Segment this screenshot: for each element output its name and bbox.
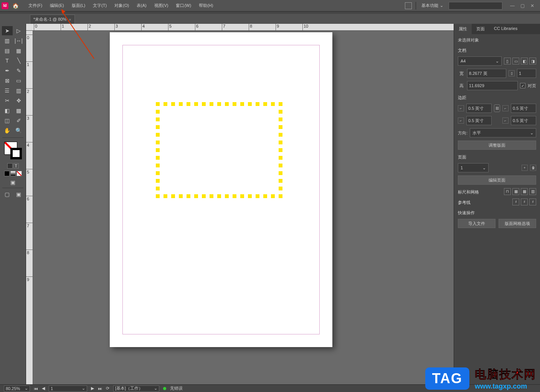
grid-options-button[interactable]: 版面网格选项 [499,219,536,228]
margin-right-input[interactable]: 0.5 英寸 [511,116,536,125]
ruler-horizontal[interactable]: 0 1 2 3 4 5 6 7 8 9 10 [26,24,454,31]
page-tool[interactable]: ▥ [2,36,13,45]
content-placer-tool[interactable]: ▦ [13,46,24,55]
zoom-tool[interactable]: 🔍 [13,126,24,135]
guides-icon-3[interactable]: ♯ [529,198,536,205]
preflight-profile-select[interactable]: [基本]（工作）⌄ [113,385,159,392]
hand-tool[interactable]: ✋ [2,126,13,135]
grid-icon-2[interactable]: ▦ [521,188,528,195]
maximize-button[interactable]: ▢ [519,3,526,8]
minimize-button[interactable]: — [509,3,516,8]
stroke-swatch[interactable] [10,148,22,159]
pencil-tool[interactable]: ✎ [13,66,24,75]
normal-view-mode[interactable]: ▣ [9,179,17,186]
page-nav-last-icon[interactable]: ⏭ [98,386,102,391]
gap-tool[interactable]: |↔| [13,36,24,45]
zoom-select[interactable]: 80.25%⌄ [4,385,30,392]
direct-selection-tool[interactable]: ▷ [13,26,24,35]
page-size-select[interactable]: A4⌄ [458,56,502,66]
ruler-icon[interactable]: ⊓ [504,188,511,195]
page-nav-next-icon[interactable]: ▶ [91,386,94,391]
grid-icon-3[interactable]: ▥ [529,188,536,195]
title-bar: Id 🏠 文件(F) 编辑(E) 版面(L) 文字(T) 对象(O) 表(A) … [0,0,540,12]
guides-icon-1[interactable]: ♯ [512,198,519,205]
tab-pages[interactable]: 页面 [472,24,489,34]
share-icon[interactable] [405,2,412,9]
margin-right-value: 0.5 英寸 [513,118,528,124]
scissors-tool[interactable]: ✂ [2,96,13,105]
binding-right-icon[interactable]: ◨ [529,58,536,65]
dashed-rectangle[interactable] [156,102,282,198]
eyedropper-tool[interactable]: ✐ [13,116,24,125]
toolbox-separator [2,137,23,138]
margin-left-input[interactable]: 0.5 英寸 [511,104,536,113]
binding-left-icon[interactable]: ◧ [521,58,528,65]
preflight-status-label: 无错误 [170,385,183,391]
note-tool[interactable]: ◫ [2,116,13,125]
adjust-layout-button[interactable]: 调整版面 [458,141,536,150]
free-transform-tool[interactable]: ✥ [13,96,24,105]
link-margins-icon[interactable]: ⛓ [494,104,500,112]
menu-window[interactable]: 窗口(W) [172,0,195,11]
row-tool[interactable]: ☰ [2,86,13,95]
menu-table[interactable]: 表(A) [133,0,150,11]
apply-none-icon[interactable] [17,171,22,176]
type-tool[interactable]: T [2,56,13,65]
page-nav-prev-icon[interactable]: ◀ [42,386,45,391]
column-tool[interactable]: ▥ [13,86,24,95]
content-collector-tool[interactable]: ▤ [2,46,13,55]
formatting-text-icon[interactable]: T [13,163,19,169]
menu-layout[interactable]: 版面(L) [68,0,89,11]
edit-pages-button[interactable]: 编辑页面 [458,175,536,185]
pen-tool[interactable]: ✒ [2,66,13,75]
menu-help[interactable]: 帮助(H) [195,0,217,11]
current-page-select[interactable]: 1⌄ [458,163,489,172]
screen-mode-icon[interactable]: ▢ [2,190,13,199]
selection-tool[interactable]: ➤ [2,26,13,35]
new-page-icon[interactable]: + [522,165,528,171]
home-icon[interactable]: 🏠 [12,3,21,9]
workspace-switcher[interactable]: 基本功能 ⌄ [420,2,445,9]
search-input[interactable] [449,2,502,10]
pasteboard[interactable] [33,31,454,384]
screen-mode-preview-icon[interactable]: ▣ [13,190,24,199]
formatting-container-icon[interactable] [7,163,13,169]
guides-icon-2[interactable]: ♯ [521,198,528,205]
portrait-icon[interactable]: ▯ [504,58,511,65]
facing-pages-checkbox[interactable]: ✓ [520,83,525,88]
close-button[interactable]: ✕ [528,3,536,8]
rectangle-tool[interactable]: ▭ [13,76,24,85]
landscape-icon[interactable]: ▭ [512,58,519,65]
tab-cc-libraries[interactable]: CC Libraries [489,24,522,34]
fill-stroke-swatch[interactable] [3,141,23,160]
rectangle-frame-tool[interactable]: ⊠ [2,76,13,85]
width-input[interactable]: 8.2677 英 [467,69,506,78]
height-input[interactable]: 11.6929 [467,81,518,90]
page-nav-first-icon[interactable]: ⏮ [34,386,38,391]
grid-icon-1[interactable]: ▦ [512,188,519,195]
apply-color-icon[interactable] [4,171,10,176]
margin-top-input[interactable]: 0.5 英寸 [466,104,492,113]
gradient-swatch-tool[interactable]: ◧ [2,106,13,115]
page[interactable] [110,32,332,347]
menu-edit[interactable]: 编辑(E) [46,0,68,11]
apply-gradient-icon[interactable] [10,171,16,176]
refresh-icon[interactable]: ⟳ [106,386,109,391]
pages-count-input[interactable]: 1 [517,69,536,78]
line-tool[interactable]: ╲ [13,56,24,65]
menu-type[interactable]: 文字(T) [89,0,111,11]
margin-bottom-input[interactable]: 0.5 英寸 [466,116,492,125]
menu-object[interactable]: 对象(O) [111,0,133,11]
close-tab-icon[interactable]: × [69,17,71,22]
document-tab[interactable]: *未命名-1 @ 80% × [30,15,75,24]
menu-file[interactable]: 文件(F) [25,0,46,11]
page-nav-select[interactable]: 1⌄ [49,385,87,392]
gradient-feather-tool[interactable]: ▩ [13,106,24,115]
menu-view[interactable]: 视图(V) [150,0,172,11]
delete-page-icon[interactable]: 🗑 [530,165,536,171]
orientation-select[interactable]: 水平⌄ [470,128,536,137]
ruler-vertical[interactable]: 0 1 2 3 4 5 6 7 8 9 [26,31,33,384]
import-file-button[interactable]: 导入文件 [458,219,495,228]
margin-bottom-icon: ⌐ [458,117,464,124]
tab-properties[interactable]: 属性 [454,24,472,34]
